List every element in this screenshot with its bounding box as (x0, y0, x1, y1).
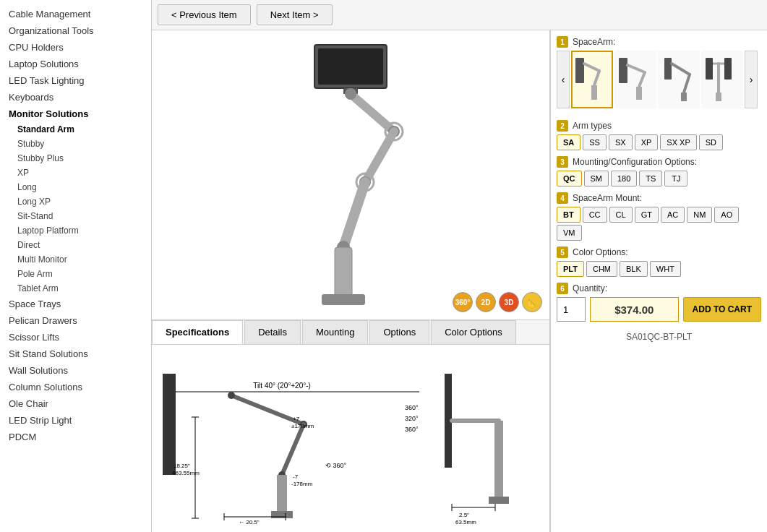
thumb-prev-arrow[interactable]: ‹ (557, 51, 570, 108)
sidebar-item-cable-management[interactable]: Cable Management (0, 6, 151, 22)
option-btn-180[interactable]: 180 (611, 171, 637, 186)
option-btn-AO[interactable]: AO (714, 207, 739, 223)
option-btn-XP[interactable]: XP (635, 134, 659, 150)
thumbnail-4[interactable] (701, 51, 743, 108)
arm-types-section: 2 Arm types SASSSXXPSX XPSD (557, 120, 761, 150)
view-360-icon[interactable]: 360° (453, 292, 473, 312)
sidebar-sub-pole-arm[interactable]: Pole Arm (0, 267, 151, 281)
tab-color-options[interactable]: Color Options (431, 320, 515, 344)
arm-types-label: 2 Arm types (557, 120, 761, 132)
sidebar-sub-laptop-platform[interactable]: Laptop Platform (0, 223, 151, 238)
qty-price-row: $374.00 ADD TO CART (557, 297, 761, 322)
option-btn-WHT[interactable]: WHT (650, 261, 681, 277)
tab-specifications[interactable]: Specifications (152, 320, 243, 344)
spacearm-mount-number: 4 (557, 192, 568, 204)
svg-point-21 (228, 392, 235, 399)
svg-rect-64 (724, 58, 732, 80)
product-image-area: 360° 2D 3D 📐 SpecificationsDetailsMounti… (152, 30, 550, 532)
sidebar-sub-long[interactable]: Long (0, 180, 151, 194)
next-item-button[interactable]: Next Item > (257, 4, 333, 25)
sidebar-sub-sit-stand[interactable]: Sit-Stand (0, 209, 151, 223)
previous-item-button[interactable]: < Previous Item (158, 4, 251, 25)
option-btn-BLK[interactable]: BLK (620, 261, 648, 277)
sidebar-sub-tablet-arm[interactable]: Tablet Arm (0, 281, 151, 296)
spacearm-number: 1 (557, 36, 568, 48)
sidebar-item-led-task-lighting[interactable]: LED Task Lighting (0, 72, 151, 89)
sidebar-sub-long-xp[interactable]: Long XP (0, 194, 151, 209)
option-btn-SD[interactable]: SD (699, 134, 723, 150)
content-area: 360° 2D 3D 📐 SpecificationsDetailsMounti… (152, 30, 767, 532)
svg-text:463.55mm: 463.55mm (172, 470, 200, 476)
sidebar-item-pdcm[interactable]: PDCM (0, 429, 151, 445)
svg-line-52 (584, 64, 599, 71)
specs-left-diagram: Tilt 40° (20°+20°-) 360° 320° 360° (159, 352, 427, 525)
option-btn-AC[interactable]: AC (661, 207, 685, 223)
option-btn-SM[interactable]: SM (584, 171, 609, 186)
arm-types-title: Arm types (573, 121, 612, 131)
thumb-next-arrow[interactable]: › (745, 51, 758, 108)
view-2d-icon[interactable]: 2D (476, 292, 496, 312)
svg-text:63.5mm: 63.5mm (455, 519, 476, 525)
option-btn-SX[interactable]: SX (609, 134, 633, 150)
spacearm-title: SpaceArm: (573, 37, 615, 47)
color-options-buttons: PLTCHMBLKWHT (557, 261, 761, 277)
quantity-input[interactable] (557, 297, 586, 322)
view-3d-icon[interactable]: 3D (499, 292, 519, 312)
sidebar-item-cpu-holders[interactable]: CPU Holders (0, 39, 151, 56)
option-btn-PLT[interactable]: PLT (557, 261, 584, 277)
svg-text:320°: 320° (405, 415, 419, 422)
option-btn-SS[interactable]: SS (583, 134, 607, 150)
sidebar-item-keyboards[interactable]: Keyboards (0, 89, 151, 106)
sidebar-sub-standard-arm[interactable]: Standard Arm (0, 122, 151, 137)
svg-text:±178mm: ±178mm (291, 423, 314, 429)
option-btn-CHM[interactable]: CHM (586, 261, 617, 277)
svg-rect-51 (575, 58, 584, 83)
sidebar-sub-xp[interactable]: XP (0, 166, 151, 180)
option-btn-QC[interactable]: QC (557, 171, 582, 186)
option-btn-VM[interactable]: VM (557, 225, 582, 241)
measure-icon[interactable]: 📐 (522, 292, 542, 312)
option-btn-CC[interactable]: CC (583, 207, 607, 223)
product-tabs: SpecificationsDetailsMountingOptionsColo… (152, 319, 549, 344)
sidebar-sub-stubby[interactable]: Stubby (0, 137, 151, 151)
sidebar-item-scissor-lifts[interactable]: Scissor Lifts (0, 329, 151, 346)
svg-rect-59 (664, 58, 672, 80)
sidebar-sub-multi-monitor[interactable]: Multi Monitor (0, 252, 151, 267)
sidebar-item-space-trays[interactable]: Space Trays (0, 296, 151, 312)
quantity-section: 6 Quantity: $374.00 ADD TO CART (557, 283, 761, 326)
option-btn-CL[interactable]: CL (609, 207, 633, 223)
price-display: $374.00 (590, 297, 679, 322)
tab-options[interactable]: Options (369, 320, 429, 344)
svg-line-23 (282, 424, 304, 475)
option-btn-TJ[interactable]: TJ (664, 171, 687, 186)
color-options-label: 5 Color Options: (557, 246, 761, 258)
sidebar-item-wall-solutions[interactable]: Wall Solutions (0, 362, 151, 379)
option-btn-BT[interactable]: BT (557, 207, 580, 223)
tab-details[interactable]: Details (244, 320, 301, 344)
sidebar-item-led-strip-light[interactable]: LED Strip Light (0, 412, 151, 429)
option-btn-TS[interactable]: TS (639, 171, 662, 186)
option-btn-NM[interactable]: NM (687, 207, 712, 223)
tab-mounting[interactable]: Mounting (302, 320, 368, 344)
option-btn-SA[interactable]: SA (557, 134, 580, 150)
sidebar-item-pelican-drawers[interactable]: Pelican Drawers (0, 312, 151, 329)
sidebar-item-organizational-tools[interactable]: Organizational Tools (0, 22, 151, 39)
svg-line-61 (684, 74, 690, 93)
sidebar-item-sit-stand-solutions[interactable]: Sit Stand Solutions (0, 346, 151, 362)
thumbnail-3[interactable] (658, 51, 700, 108)
svg-rect-25 (277, 475, 287, 515)
svg-rect-62 (681, 93, 687, 101)
sidebar-item-laptop-solutions[interactable]: Laptop Solutions (0, 56, 151, 72)
svg-text:← 20.5": ← 20.5" (239, 519, 260, 525)
sidebar-sub-direct[interactable]: Direct (0, 238, 151, 252)
product-image-container: 360° 2D 3D 📐 (152, 30, 549, 319)
sidebar-item-monitor-solutions[interactable]: Monitor Solutions (0, 106, 151, 122)
thumbnail-1[interactable] (571, 51, 613, 108)
thumbnail-2[interactable] (614, 51, 656, 108)
sidebar-sub-stubby-plus[interactable]: Stubby Plus (0, 151, 151, 166)
add-to-cart-button[interactable]: ADD TO CART (683, 297, 761, 322)
option-btn-GT[interactable]: GT (635, 207, 659, 223)
sidebar-item-column-solutions[interactable]: Column Solutions (0, 379, 151, 395)
sidebar-item-ole-chair[interactable]: Ole Chair (0, 395, 151, 412)
option-btn-SXXP[interactable]: SX XP (660, 134, 696, 150)
